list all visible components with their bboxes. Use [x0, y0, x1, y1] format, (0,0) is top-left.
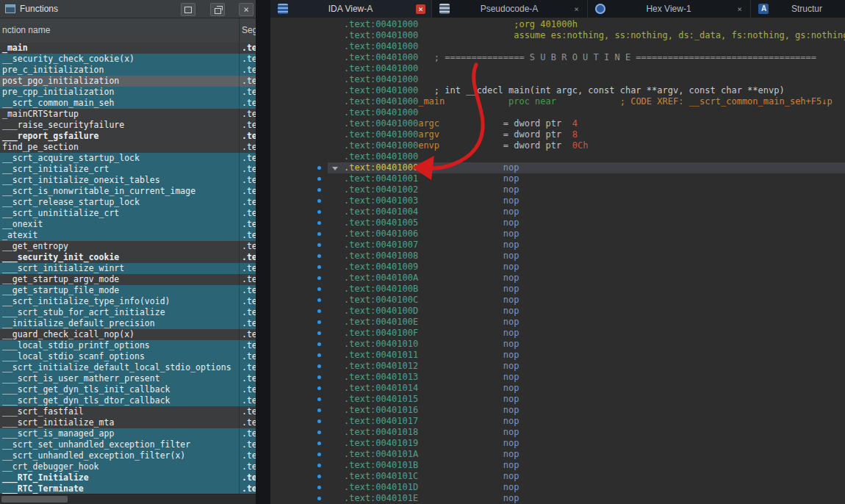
- panel-splitter[interactable]: [256, 0, 270, 504]
- function-row[interactable]: pre_c_initialization.tex: [0, 65, 256, 76]
- function-row[interactable]: __guard_check_icall_nop(x).tex: [0, 329, 256, 340]
- tab-pseudocode-a[interactable]: Pseudocode-A×: [432, 0, 588, 18]
- function-row[interactable]: _atexit.tex: [0, 230, 256, 241]
- disassembly-line[interactable]: .text:00401000_main proc near ; CODE XRE…: [270, 96, 845, 107]
- function-row[interactable]: __crt_debugger_hook.tex: [0, 461, 256, 472]
- function-row[interactable]: __onexit.tex: [0, 219, 256, 230]
- disassembly-line[interactable]: .text:00401016 nop: [270, 405, 845, 416]
- function-row[interactable]: pre_cpp_initialization.tex: [0, 87, 256, 98]
- function-row[interactable]: ___security_init_cookie.tex: [0, 252, 256, 263]
- function-row[interactable]: ___scrt_is_user_matherr_present.tex: [0, 373, 256, 384]
- disassembly-line[interactable]: .text:00401018 nop: [270, 427, 845, 438]
- disassembly-line[interactable]: .text:00401000: [270, 63, 845, 74]
- disassembly-line[interactable]: .text:00401000 nop: [270, 162, 845, 173]
- disassembly-line[interactable]: .text:0040101B nop: [270, 460, 845, 471]
- function-row[interactable]: _main.tex: [0, 43, 256, 54]
- function-row[interactable]: find_pe_section.tex: [0, 142, 256, 153]
- function-row[interactable]: __scrt_uninitialize_crt.tex: [0, 208, 256, 219]
- function-row[interactable]: ___scrt_fastfail.tex: [0, 406, 256, 417]
- restore-button[interactable]: [181, 3, 195, 16]
- close-tab-icon[interactable]: ×: [572, 4, 581, 14]
- disassembly-line[interactable]: .text:00401000 ; int __cdecl main(int ar…: [270, 85, 845, 96]
- function-row[interactable]: post_pgo_initialization.tex: [0, 76, 256, 87]
- disassembly-line[interactable]: .text:00401002 nop: [270, 184, 845, 195]
- disassembly-line[interactable]: .text:0040100F nop: [270, 328, 845, 339]
- disassembly-line[interactable]: .text:0040100E nop: [270, 317, 845, 328]
- function-row[interactable]: __scrt_release_startup_lock.tex: [0, 197, 256, 208]
- function-row[interactable]: ___local_stdio_scanf_options.tex: [0, 351, 256, 362]
- disassembly-line[interactable]: .text:00401000: [270, 41, 845, 52]
- function-row[interactable]: ___scrt_initialize_winrt.tex: [0, 263, 256, 274]
- disassembly-line[interactable]: .text:00401000 ; =============== S U B R…: [270, 52, 845, 63]
- disassembly-line[interactable]: .text:00401005 nop: [270, 217, 845, 228]
- function-row[interactable]: __get_startup_file_mode.tex: [0, 285, 256, 296]
- tab-hex-view-1[interactable]: Hex View-1×: [588, 0, 751, 18]
- disassembly-line[interactable]: .text:0040100C nop: [270, 295, 845, 306]
- function-row[interactable]: __scrt_set_unhandled_exception_filter.te…: [0, 439, 256, 450]
- function-row[interactable]: ___RTC_Terminate.tex: [0, 483, 256, 494]
- function-row[interactable]: ___scrt_initialize_mta.tex: [0, 417, 256, 428]
- function-name-column-header[interactable]: nction name: [2, 25, 50, 35]
- disassembly-line[interactable]: .text:0040101E nop: [270, 493, 845, 504]
- disassembly-line[interactable]: .text:00401014 nop: [270, 383, 845, 394]
- tab-structur[interactable]: Structur: [751, 0, 845, 18]
- function-row[interactable]: __scrt_initialize_crt.tex: [0, 164, 256, 175]
- disassembly-line[interactable]: .text:0040101A nop: [270, 449, 845, 460]
- function-row[interactable]: ___scrt_get_dyn_tls_init_callback.tex: [0, 384, 256, 395]
- disassembly-line[interactable]: .text:00401000argc = dword ptr 4: [270, 118, 845, 129]
- function-row[interactable]: __initialize_default_precision.tex: [0, 318, 256, 329]
- disassembly-line[interactable]: .text:0040101D nop: [270, 482, 845, 493]
- collapse-arrow-icon[interactable]: [332, 167, 338, 170]
- disassembly-line[interactable]: .text:00401000 ;org 401000h: [270, 19, 845, 30]
- disassembly-line[interactable]: .text:00401013 nop: [270, 372, 845, 383]
- segment-column-header[interactable]: Seg: [242, 25, 256, 35]
- close-tab-icon[interactable]: ×: [416, 4, 425, 14]
- close-tab-icon[interactable]: ×: [735, 4, 744, 14]
- disassembly-line[interactable]: .text:00401009 nop: [270, 262, 845, 273]
- disassembly-line[interactable]: .text:00401007 nop: [270, 240, 845, 251]
- function-row[interactable]: ___raise_securityfailure.tex: [0, 120, 256, 131]
- function-row[interactable]: ___report_gsfailure.tex: [0, 131, 256, 142]
- function-row[interactable]: ___scrt_stub_for_acrt_initialize.tex: [0, 307, 256, 318]
- disassembly-line[interactable]: .text:0040100A nop: [270, 273, 845, 284]
- scrollbar-thumb[interactable]: [1, 496, 68, 503]
- disassembly-line[interactable]: .text:00401003 nop: [270, 195, 845, 206]
- function-row[interactable]: __scrt_initialize_onexit_tables.tex: [0, 175, 256, 186]
- disassembly-line[interactable]: .text:00401000: [270, 107, 845, 118]
- disassembly-line[interactable]: .text:00401000: [270, 151, 845, 162]
- disassembly-line[interactable]: .text:00401012 nop: [270, 361, 845, 372]
- function-row[interactable]: ___scrt_get_dyn_tls_dtor_callback.tex: [0, 395, 256, 406]
- function-row[interactable]: ___RTC_Initialize.tex: [0, 472, 256, 483]
- function-row[interactable]: __scrt_common_main_seh.tex: [0, 98, 256, 109]
- function-row[interactable]: __scrt_acquire_startup_lock.tex: [0, 153, 256, 164]
- disassembly-line[interactable]: .text:00401006 nop: [270, 228, 845, 240]
- disassembly-line[interactable]: .text:00401000: [270, 74, 845, 85]
- disassembly-line[interactable]: .text:00401011 nop: [270, 350, 845, 361]
- horizontal-scrollbar[interactable]: [0, 494, 256, 504]
- function-row[interactable]: ___scrt_is_managed_app.tex: [0, 428, 256, 439]
- disassembly-line[interactable]: .text:00401004 nop: [270, 206, 845, 217]
- disassembly-line[interactable]: .text:00401000argv = dword ptr 8: [270, 129, 845, 140]
- disassembly-line[interactable]: .text:0040100B nop: [270, 284, 845, 295]
- disassembly-line[interactable]: .text:00401015 nop: [270, 394, 845, 405]
- disassembly-line[interactable]: .text:00401019 nop: [270, 438, 845, 449]
- function-row[interactable]: __scrt_initialize_type_info(void).tex: [0, 296, 256, 307]
- close-button[interactable]: ×: [239, 3, 254, 16]
- function-row[interactable]: __scrt_unhandled_exception_filter(x).tex: [0, 450, 256, 461]
- disassembly-line[interactable]: .text:00401017 nop: [270, 416, 845, 427]
- disassembly-line[interactable]: .text:00401001 nop: [270, 173, 845, 184]
- disassembly-line[interactable]: .text:00401008 nop: [270, 251, 845, 262]
- function-row[interactable]: __get_startup_argv_mode.tex: [0, 274, 256, 285]
- function-row[interactable]: __scrt_is_nonwritable_in_current_image.t…: [0, 186, 256, 197]
- disassembly-line[interactable]: .text:0040101C nop: [270, 471, 845, 482]
- tab-ida-view-a[interactable]: IDA View-A×: [270, 0, 432, 18]
- function-row[interactable]: _mainCRTStartup.tex: [0, 109, 256, 120]
- disassembly-line[interactable]: .text:0040100D nop: [270, 306, 845, 317]
- function-row[interactable]: __get_entropy.tex: [0, 241, 256, 252]
- function-row[interactable]: __security_check_cookie(x).tex: [0, 54, 256, 65]
- disassembly-line[interactable]: .text:00401010 nop: [270, 339, 845, 350]
- disassembly-line[interactable]: .text:00401000envp = dword ptr 0Ch: [270, 140, 845, 151]
- function-row[interactable]: ___local_stdio_printf_options.tex: [0, 340, 256, 351]
- function-row[interactable]: __scrt_initialize_default_local_stdio_op…: [0, 362, 256, 373]
- float-button[interactable]: [210, 3, 225, 16]
